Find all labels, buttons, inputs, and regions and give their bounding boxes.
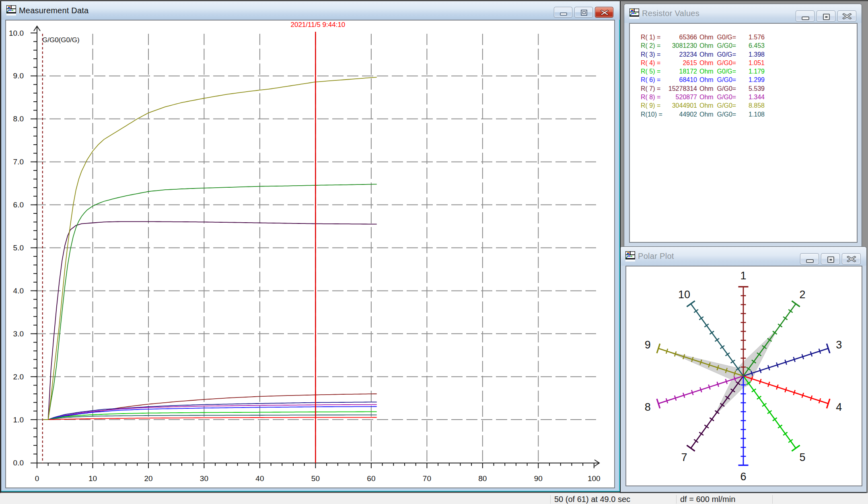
svg-text:80: 80 [478, 474, 487, 483]
svg-text:2: 2 [799, 289, 805, 301]
svg-text:10.0: 10.0 [9, 29, 24, 37]
svg-text:0.0: 0.0 [13, 459, 24, 467]
svg-text:90: 90 [534, 474, 543, 483]
svg-text:50: 50 [311, 474, 320, 483]
svg-text:60: 60 [367, 474, 375, 483]
svg-text:1: 1 [740, 270, 746, 282]
svg-text:100: 100 [588, 474, 601, 483]
svg-text:20: 20 [144, 474, 152, 483]
svg-text:2.0: 2.0 [13, 373, 24, 381]
svg-text:7.0: 7.0 [13, 158, 24, 166]
svg-text:0: 0 [35, 474, 39, 483]
svg-text:4: 4 [836, 401, 842, 413]
svg-text:70: 70 [423, 474, 431, 483]
svg-text:3: 3 [836, 339, 842, 351]
svg-text:10: 10 [88, 474, 97, 483]
svg-text:3.0: 3.0 [13, 330, 24, 338]
svg-text:2021/11/5 9:44:10: 2021/11/5 9:44:10 [290, 21, 345, 29]
svg-text:30: 30 [200, 474, 208, 483]
svg-text:5.0: 5.0 [13, 244, 24, 252]
svg-text:G/G0(G0/G): G/G0(G0/G) [42, 36, 80, 44]
svg-text:4.0: 4.0 [13, 287, 24, 295]
svg-text:5: 5 [799, 451, 805, 463]
svg-text:10: 10 [678, 289, 690, 301]
svg-text:8.0: 8.0 [13, 115, 24, 123]
svg-text:9.0: 9.0 [13, 72, 24, 80]
svg-text:8: 8 [645, 401, 651, 413]
svg-text:7: 7 [681, 451, 687, 463]
svg-text:9: 9 [645, 339, 651, 351]
svg-text:40: 40 [255, 474, 264, 483]
svg-text:6: 6 [740, 471, 746, 483]
svg-text:6.0: 6.0 [13, 201, 24, 209]
svg-text:1.0: 1.0 [13, 416, 24, 424]
